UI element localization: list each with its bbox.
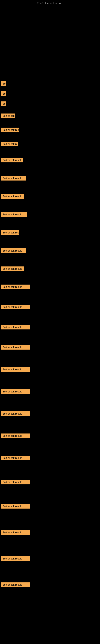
- result-item-25: Bottleneck result: [1, 530, 30, 535]
- result-item-19: Bottleneck result: [1, 389, 30, 394]
- result-item-4: Bottleneck result: [1, 114, 15, 118]
- result-item-16: Bottleneck result: [1, 325, 30, 330]
- result-item-11: Bottleneck result: [1, 230, 19, 235]
- result-item-22: Bottleneck result: [1, 456, 30, 460]
- result-item-7: Bottleneck result: [1, 158, 23, 162]
- result-item-8: Bottleneck result: [1, 176, 26, 180]
- result-item-10: Bottleneck result: [1, 212, 27, 217]
- result-item-5: Bottleneck result: [1, 128, 19, 132]
- results-container: Bottleneck resultBottleneck resultBottle…: [0, 6, 100, 640]
- result-item-1: Bottleneck result: [1, 81, 6, 86]
- result-item-17: Bottleneck result: [1, 345, 30, 350]
- result-item-15: Bottleneck result: [1, 305, 30, 309]
- result-item-24: Bottleneck result: [1, 504, 30, 508]
- result-item-27: Bottleneck result: [1, 582, 30, 587]
- site-header: TheBottlenecker.com: [0, 0, 100, 6]
- result-item-23: Bottleneck result: [1, 480, 30, 484]
- result-item-14: Bottleneck result: [1, 284, 30, 289]
- result-item-12: Bottleneck result: [1, 248, 26, 253]
- result-item-2: Bottleneck result: [1, 91, 6, 96]
- site-title: TheBottlenecker.com: [0, 0, 100, 6]
- result-item-3: Bottleneck result: [1, 102, 6, 106]
- result-item-13: Bottleneck result: [1, 266, 24, 271]
- result-item-26: Bottleneck result: [1, 556, 30, 561]
- result-item-18: Bottleneck result: [1, 367, 30, 372]
- result-item-20: Bottleneck result: [1, 411, 30, 416]
- result-item-9: Bottleneck result: [1, 194, 24, 199]
- result-item-6: Bottleneck result: [1, 142, 18, 146]
- result-item-21: Bottleneck result: [1, 434, 30, 438]
